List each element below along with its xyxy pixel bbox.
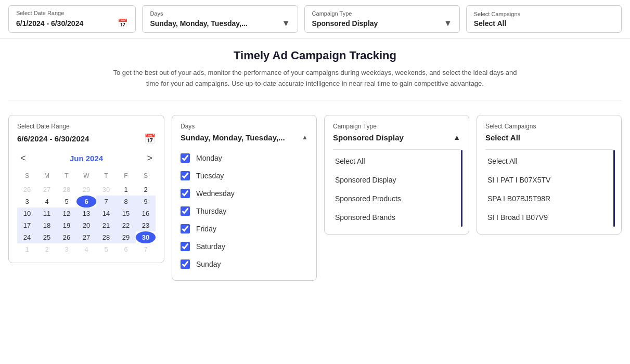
calendar-day-cell[interactable]: 5 (57, 196, 76, 207)
day-checkbox[interactable] (181, 171, 190, 180)
calendar-week-row: 1234567 (17, 243, 156, 255)
days-dropdown: MondayTuesdayWednesdayThursdayFridaySatu… (181, 149, 308, 273)
calendar-day-cell[interactable]: 1 (17, 243, 37, 255)
calendar-day-cell[interactable]: 27 (76, 231, 96, 243)
calendar-day-cell[interactable]: 29 (116, 231, 136, 243)
top-days-selector[interactable]: Days Sunday, Monday, Tuesday,... ▼ (142, 5, 298, 33)
calendar-day-cell[interactable]: 22 (116, 219, 136, 231)
date-range-box[interactable]: Select Date Range 6/6/2024 - 6/30/2024 📅… (8, 115, 164, 263)
calendar-day-cell[interactable]: 1 (116, 184, 136, 196)
calendar-day-cell[interactable]: 24 (17, 231, 37, 243)
calendar-dow-header: F (116, 170, 136, 184)
chevron-up-icon-2: ▲ (453, 133, 460, 141)
calendar-day-cell[interactable]: 30 (96, 184, 116, 196)
day-checkbox[interactable] (181, 153, 190, 163)
calendar-day-cell[interactable]: 10 (17, 207, 37, 219)
calendar-day-cell[interactable]: 17 (17, 219, 37, 231)
campaign-type-option[interactable]: Select All (333, 152, 460, 171)
day-item[interactable]: Tuesday (181, 167, 308, 185)
select-campaigns-option[interactable]: Select All (485, 152, 613, 171)
days-box-header: Sunday, Monday, Tuesday,... ▲ (181, 133, 308, 142)
calendar-day-cell[interactable]: 6 (76, 196, 96, 207)
campaign-type-value: Sponsored Display (333, 133, 404, 142)
day-checkbox[interactable] (181, 189, 190, 198)
day-item[interactable]: Wednesday (181, 185, 308, 202)
calendar-grid: SMTWTFS 26272829301234567891011121314151… (17, 170, 156, 255)
day-item[interactable]: Friday (181, 220, 308, 238)
calendar-day-cell[interactable]: 26 (17, 184, 37, 196)
top-select-campaigns-selector[interactable]: Select Campaigns Select All (466, 5, 622, 33)
select-campaigns-option[interactable]: SPA I B07BJ5T98R (485, 189, 613, 208)
calendar-day-cell[interactable]: 25 (37, 231, 57, 243)
chevron-down-icon-2: ▼ (444, 19, 452, 28)
day-item[interactable]: Monday (181, 149, 308, 167)
calendar-day-cell[interactable]: 4 (37, 196, 57, 207)
calendar-day-cell[interactable]: 15 (116, 207, 136, 219)
calendar-prev-button[interactable]: < (17, 152, 29, 165)
calendar-day-cell[interactable]: 2 (37, 243, 57, 255)
calendar-next-button[interactable]: > (144, 152, 156, 165)
calendar-day-cell[interactable]: 18 (37, 219, 57, 231)
top-campaign-type-label: Campaign Type (312, 10, 452, 17)
day-item[interactable]: Saturday (181, 238, 308, 255)
calendar-day-cell[interactable]: 3 (17, 196, 37, 207)
day-checkbox[interactable] (181, 242, 190, 251)
campaign-type-option[interactable]: Sponsored Display (333, 171, 460, 189)
calendar-day-cell[interactable]: 3 (57, 243, 76, 255)
top-date-range-selector[interactable]: Select Date Range 6/1/2024 - 6/30/2024 📅 (8, 5, 136, 33)
calendar-day-cell[interactable]: 7 (136, 243, 156, 255)
day-checkbox[interactable] (181, 259, 190, 269)
calendar-day-cell[interactable]: 14 (96, 207, 116, 219)
calendar-day-cell[interactable]: 23 (136, 219, 156, 231)
calendar-dow-header: T (57, 170, 76, 184)
days-selected-value: Sunday, Monday, Tuesday,... (181, 133, 285, 142)
calendar-day-cell[interactable]: 28 (57, 184, 76, 196)
calendar-day-cell[interactable]: 4 (76, 243, 96, 255)
calendar-day-cell[interactable]: 27 (37, 184, 57, 196)
campaign-type-option[interactable]: Sponsored Products (333, 189, 460, 208)
top-days-label: Days (150, 10, 290, 17)
calendar: < Jun 2024 > SMTWTFS 2627282930123456789… (17, 152, 156, 255)
day-label: Tuesday (196, 172, 224, 180)
campaign-type-option[interactable]: Sponsored Brands (333, 208, 460, 227)
calendar-day-cell[interactable]: 9 (136, 196, 156, 207)
calendar-day-cell[interactable]: 7 (96, 196, 116, 207)
calendar-day-cell[interactable]: 11 (37, 207, 57, 219)
day-item[interactable]: Thursday (181, 202, 308, 220)
calendar-dow-header: S (136, 170, 156, 184)
calendar-day-cell[interactable]: 16 (136, 207, 156, 219)
day-checkbox[interactable] (181, 224, 190, 233)
chevron-down-icon: ▼ (282, 19, 290, 28)
calendar-day-cell[interactable]: 28 (96, 231, 116, 243)
calendar-day-cell[interactable]: 20 (76, 219, 96, 231)
calendar-day-cell[interactable]: 13 (76, 207, 96, 219)
top-date-range-label: Select Date Range (16, 10, 128, 16)
top-campaign-type-selector[interactable]: Campaign Type Sponsored Display ▼ (304, 5, 460, 33)
days-box-label: Days (181, 123, 308, 130)
calendar-day-cell[interactable]: 26 (57, 231, 76, 243)
filter-row: Select Date Range 6/6/2024 - 6/30/2024 📅… (8, 115, 622, 281)
calendar-header: < Jun 2024 > (17, 152, 156, 165)
calendar-day-cell[interactable]: 30 (136, 231, 156, 243)
calendar-day-cell[interactable]: 2 (136, 184, 156, 196)
day-label: Saturday (196, 242, 225, 251)
select-campaigns-option[interactable]: SI I Broad I B07V9 (485, 208, 613, 227)
page-description: To get the best out of your ads, monitor… (112, 68, 518, 89)
calendar-icon-2: 📅 (144, 133, 156, 145)
calendar-day-cell[interactable]: 29 (76, 184, 96, 196)
day-item[interactable]: Sunday (181, 255, 308, 273)
days-box[interactable]: Days Sunday, Monday, Tuesday,... ▲ Monda… (172, 115, 317, 281)
calendar-day-cell[interactable]: 5 (96, 243, 116, 255)
select-campaigns-option[interactable]: SI I PAT I B07X5TV (485, 171, 613, 189)
calendar-day-cell[interactable]: 21 (96, 219, 116, 231)
calendar-day-cell[interactable]: 19 (57, 219, 76, 231)
top-select-campaigns-label: Select Campaigns (474, 11, 614, 17)
day-checkbox[interactable] (181, 206, 190, 216)
calendar-day-cell[interactable]: 6 (116, 243, 136, 255)
calendar-day-cell[interactable]: 12 (57, 207, 76, 219)
top-date-range-value: 6/1/2024 - 6/30/2024 📅 (16, 18, 128, 28)
select-campaigns-box[interactable]: Select Campaigns Select All Select AllSI… (477, 115, 622, 235)
calendar-day-cell[interactable]: 8 (116, 196, 136, 207)
calendar-dow-header: S (17, 170, 37, 184)
campaign-type-box[interactable]: Campaign Type Sponsored Display ▲ Select… (324, 115, 469, 235)
